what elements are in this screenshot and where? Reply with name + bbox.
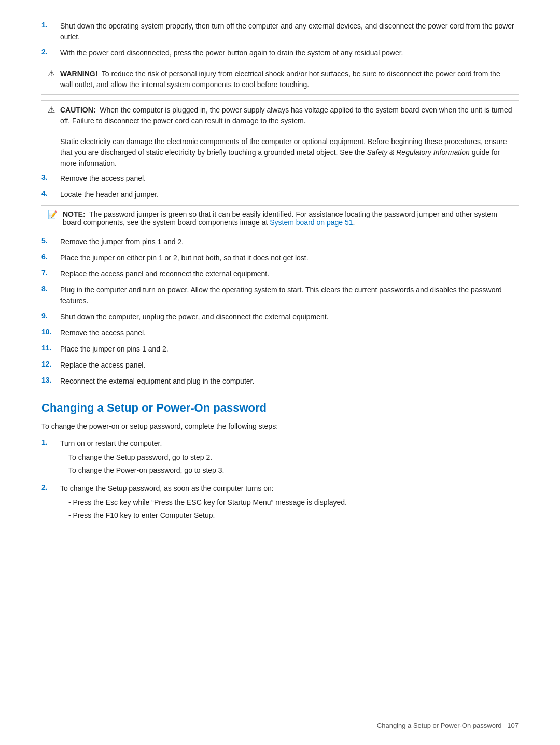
caution-icon: ⚠ bbox=[48, 105, 55, 115]
step-10-text: Remove the access panel. bbox=[60, 328, 519, 339]
step-5: 5. Remove the jumper from pins 1 and 2. bbox=[41, 236, 519, 247]
step-6-num: 6. bbox=[41, 252, 60, 261]
s2-step-1-sub-1: To change the Setup password, go to step… bbox=[68, 452, 519, 463]
section-heading: Changing a Setup or Power-On password bbox=[41, 401, 519, 415]
step-6: 6. Place the jumper on either pin 1 or 2… bbox=[41, 252, 519, 263]
step-8-num: 8. bbox=[41, 285, 60, 293]
steps-section2-list: 1. Turn on or restart the computer. To c… bbox=[41, 438, 519, 523]
static-electricity-para: Static electricity can damage the electr… bbox=[60, 136, 519, 169]
step-11: 11. Place the jumper on pins 1 and 2. bbox=[41, 344, 519, 355]
caution-content: CAUTION: When the computer is plugged in… bbox=[60, 105, 512, 126]
footer-text: Changing a Setup or Power-On password bbox=[377, 722, 502, 729]
system-board-link[interactable]: System board on page 51 bbox=[270, 218, 353, 227]
step-13-num: 13. bbox=[41, 376, 60, 384]
s2-step-1-text: Turn on or restart the computer. bbox=[60, 439, 162, 447]
steps-bottom-list: 5. Remove the jumper from pins 1 and 2. … bbox=[41, 236, 519, 387]
step-2-text: With the power cord disconnected, press … bbox=[60, 48, 519, 59]
step-12-num: 12. bbox=[41, 360, 60, 368]
warning-icon: ⚠ bbox=[48, 68, 55, 78]
note-box: 📝 NOTE: The password jumper is green so … bbox=[41, 205, 519, 231]
step-4-text: Locate the header and jumper. bbox=[60, 189, 519, 200]
note-text2: . bbox=[353, 218, 355, 227]
footer-page: 107 bbox=[507, 722, 519, 729]
step-1-text: Shut down the operating system properly,… bbox=[60, 21, 519, 43]
step-11-num: 11. bbox=[41, 344, 60, 352]
steps-top-list: 1. Shut down the operating system proper… bbox=[41, 21, 519, 59]
s2-step-2-sub-2: - Press the F10 key to enter Computer Se… bbox=[68, 510, 519, 521]
step-9: 9. Shut down the computer, unplug the po… bbox=[41, 312, 519, 322]
step-5-num: 5. bbox=[41, 236, 60, 245]
note-icon: 📝 bbox=[48, 210, 58, 219]
step-7-text: Replace the access panel and reconnect t… bbox=[60, 269, 519, 279]
intro-para: To change the power-on or setup password… bbox=[41, 421, 519, 432]
step-3-text: Remove the access panel. bbox=[60, 173, 519, 184]
step-10: 10. Remove the access panel. bbox=[41, 328, 519, 339]
note-content: NOTE: The password jumper is green so th… bbox=[63, 210, 512, 227]
static-italic: Safety & Regulatory Information bbox=[367, 148, 469, 157]
s2-step-2-text: To change the Setup password, as soon as… bbox=[60, 484, 274, 493]
step-13: 13. Reconnect the external equipment and… bbox=[41, 376, 519, 387]
s2-step-1-sub-2: To change the Power-on password, go to s… bbox=[68, 465, 519, 476]
warning-content: WARNING! To reduce the risk of personal … bbox=[60, 68, 512, 90]
step-1-num: 1. bbox=[41, 21, 60, 29]
s2-step-2-num: 2. bbox=[41, 483, 60, 491]
step-2: 2. With the power cord disconnected, pre… bbox=[41, 48, 519, 59]
step-9-text: Shut down the computer, unplug the power… bbox=[60, 312, 519, 322]
step-13-text: Reconnect the external equipment and plu… bbox=[60, 376, 519, 387]
warning-text: To reduce the risk of personal injury fr… bbox=[60, 69, 500, 89]
steps-mid-list: 3. Remove the access panel. 4. Locate th… bbox=[41, 173, 519, 200]
caution-box: ⚠ CAUTION: When the computer is plugged … bbox=[41, 100, 519, 131]
step-7: 7. Replace the access panel and reconnec… bbox=[41, 269, 519, 279]
step-4-num: 4. bbox=[41, 189, 60, 198]
s2-step-1-sub: To change the Setup password, go to step… bbox=[68, 452, 519, 476]
step-2-num: 2. bbox=[41, 48, 60, 56]
warning-box: ⚠ WARNING! To reduce the risk of persona… bbox=[41, 64, 519, 95]
caution-text: When the computer is plugged in, the pow… bbox=[60, 106, 512, 125]
s2-step-2: 2. To change the Setup password, as soon… bbox=[41, 483, 519, 523]
step-4: 4. Locate the header and jumper. bbox=[41, 189, 519, 200]
step-12: 12. Replace the access panel. bbox=[41, 360, 519, 371]
step-3-num: 3. bbox=[41, 173, 60, 181]
warning-label: WARNING! bbox=[60, 69, 97, 78]
step-1: 1. Shut down the operating system proper… bbox=[41, 21, 519, 43]
s2-step-1-num: 1. bbox=[41, 438, 60, 446]
step-11-text: Place the jumper on pins 1 and 2. bbox=[60, 344, 519, 355]
step-9-num: 9. bbox=[41, 312, 60, 320]
s2-step-2-content: To change the Setup password, as soon as… bbox=[60, 483, 519, 523]
step-6-text: Place the jumper on either pin 1 or 2, b… bbox=[60, 252, 519, 263]
footer: Changing a Setup or Power-On password 10… bbox=[377, 722, 519, 729]
caution-label: CAUTION: bbox=[60, 106, 95, 114]
s2-step-2-sub: - Press the Esc key while “Press the ESC… bbox=[68, 497, 519, 521]
s2-step-1-content: Turn on or restart the computer. To chan… bbox=[60, 438, 519, 478]
step-7-num: 7. bbox=[41, 269, 60, 277]
s2-step-2-sub-1: - Press the Esc key while “Press the ESC… bbox=[68, 497, 519, 508]
step-5-text: Remove the jumper from pins 1 and 2. bbox=[60, 236, 519, 247]
step-8-text: Plug in the computer and turn on power. … bbox=[60, 285, 519, 306]
note-label: NOTE: bbox=[63, 210, 86, 218]
step-10-num: 10. bbox=[41, 328, 60, 336]
step-12-text: Replace the access panel. bbox=[60, 360, 519, 371]
s2-step-1: 1. Turn on or restart the computer. To c… bbox=[41, 438, 519, 478]
step-3: 3. Remove the access panel. bbox=[41, 173, 519, 184]
step-8: 8. Plug in the computer and turn on powe… bbox=[41, 285, 519, 306]
